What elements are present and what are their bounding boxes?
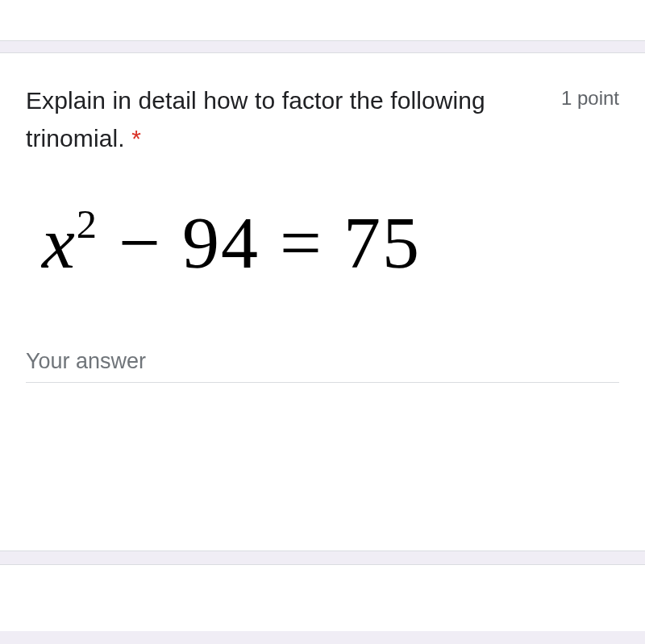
question-header: Explain in detail how to factor the foll…: [26, 82, 619, 157]
equation-minus: −: [119, 202, 162, 284]
equation-exponent: 2: [77, 202, 98, 247]
equation-constant: 94: [182, 202, 260, 284]
question-prompt: Explain in detail how to factor the foll…: [26, 87, 485, 152]
card-gap-bottom: [0, 551, 645, 565]
question-text: Explain in detail how to factor the foll…: [26, 82, 542, 157]
equation-rhs: 75: [343, 202, 421, 284]
bottom-card-edge: [0, 565, 645, 631]
equation-equals: =: [280, 202, 323, 284]
equation-variable: x: [42, 202, 77, 284]
top-card-edge: [0, 0, 645, 40]
answer-input[interactable]: [26, 344, 619, 383]
points-label: 1 point: [561, 82, 619, 110]
required-asterisk: *: [131, 125, 141, 152]
card-gap: [0, 40, 645, 53]
equation-display: x2 − 94 = 75: [42, 206, 619, 280]
question-card: Explain in detail how to factor the foll…: [0, 53, 645, 551]
